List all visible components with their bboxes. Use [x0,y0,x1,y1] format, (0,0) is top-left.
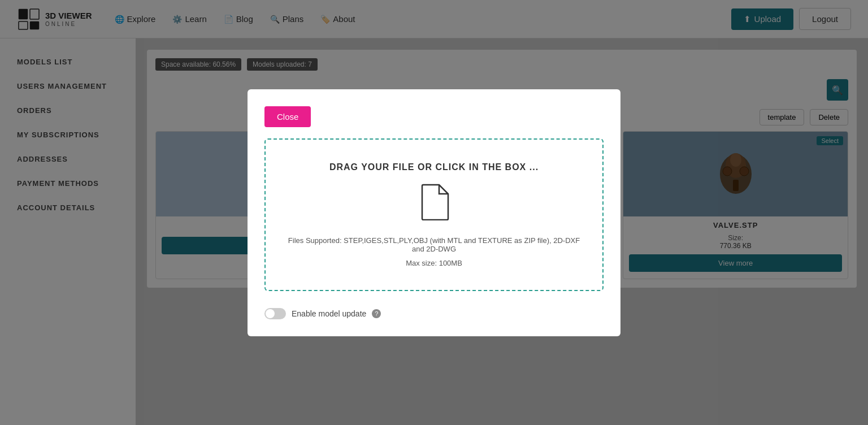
drop-zone-info: Files Supported: STEP,IGES,STL,PLY,OBJ (… [283,236,585,253]
enable-model-update-toggle[interactable] [264,308,286,319]
help-icon[interactable]: ? [372,309,381,318]
file-icon [283,184,585,225]
upload-modal: Close DRAG YOUR FILE OR CLICK IN THE BOX… [248,89,620,336]
drop-zone[interactable]: DRAG YOUR FILE OR CLICK IN THE BOX ... F… [264,138,604,291]
enable-update-label: Enable model update [292,309,366,318]
enable-update-row: Enable model update ? [264,308,604,319]
modal-overlay[interactable]: Close DRAG YOUR FILE OR CLICK IN THE BOX… [0,0,868,425]
drop-zone-title: DRAG YOUR FILE OR CLICK IN THE BOX ... [283,162,585,172]
close-button[interactable]: Close [264,106,311,127]
drop-zone-max: Max size: 100MB [283,259,585,267]
